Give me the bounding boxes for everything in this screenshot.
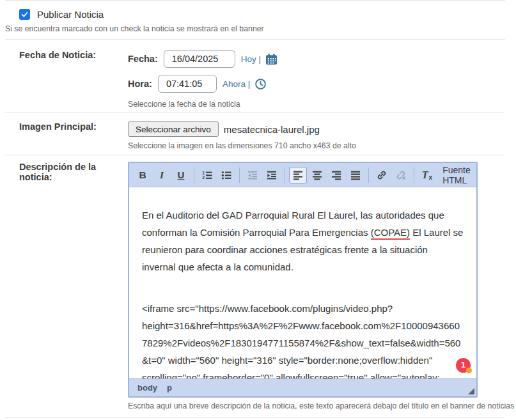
hora-field-label: Hora: <box>128 79 152 89</box>
unlink-button <box>392 167 410 183</box>
element-path-p[interactable]: p <box>167 383 172 393</box>
description-section-label: Descripción de la noticia: <box>0 162 128 410</box>
date-section: Fecha de Noticia: Fecha: Hoy | <box>0 40 516 113</box>
link-icon <box>377 170 387 180</box>
bold-button[interactable]: B <box>134 167 152 183</box>
toolbar-separator <box>194 167 194 183</box>
now-link[interactable]: Ahora | <box>223 79 250 89</box>
align-center-icon <box>312 170 322 180</box>
clock-icon[interactable] <box>254 78 267 90</box>
editor-content-area[interactable]: En el Auditorio del GAD Parroquial Rural… <box>129 187 476 378</box>
editor-toolbar: B I U 1 2 <box>129 163 476 187</box>
element-path-body[interactable]: body <box>137 383 157 393</box>
divider <box>5 417 505 418</box>
fecha-input[interactable] <box>164 50 235 68</box>
misspelled-word: (COPAE) <box>371 227 410 240</box>
publish-help-text: Si se encuentra marcado con un check la … <box>5 24 516 33</box>
date-section-label: Fecha de Noticia: <box>0 50 128 109</box>
justify-icon <box>350 170 361 180</box>
today-link[interactable]: Hoy | <box>241 54 261 64</box>
unordered-list-button[interactable] <box>217 167 235 183</box>
selected-filename: mesatecnica-laurel.jpg <box>224 124 320 135</box>
align-left-icon <box>293 170 303 180</box>
italic-button[interactable]: I <box>153 167 171 183</box>
svg-text:1: 1 <box>203 170 205 175</box>
publish-checkbox-row: Publicar Noticia <box>19 9 516 20</box>
ordered-list-button[interactable]: 1 2 <box>198 167 216 183</box>
svg-text:2: 2 <box>203 175 205 180</box>
editor-paragraph: <iframe src="https://www.facebook.com/pl… <box>142 300 464 378</box>
image-section-label: Imagen Principal: <box>0 121 128 150</box>
publish-checkbox[interactable] <box>19 9 30 20</box>
editor-status-bar: body p <box>129 378 476 396</box>
grammar-extension-badge[interactable]: 1 <box>456 358 471 373</box>
publish-section: Publicar Noticia Si se encuentra marcado… <box>0 1 516 39</box>
unlink-icon <box>396 170 406 180</box>
outdent-icon <box>247 170 258 180</box>
toolbar-separator <box>414 167 414 183</box>
image-help-text: Seleccione la imagen en las dimensiones … <box>128 141 516 150</box>
publish-news-form: Publicar Noticia Si se encuentra marcado… <box>0 0 516 418</box>
justify-button[interactable] <box>347 167 364 183</box>
underline-button[interactable]: U <box>172 167 190 183</box>
fecha-field-label: Fecha: <box>128 54 158 64</box>
align-right-button[interactable] <box>327 167 345 183</box>
calendar-icon[interactable] <box>265 53 278 65</box>
toolbar-separator <box>285 167 285 183</box>
link-button[interactable] <box>373 167 391 183</box>
description-help-text: Escriba aquí una breve descripción de la… <box>128 401 516 410</box>
description-section: Descripción de la noticia: B I U 1 2 <box>0 155 516 410</box>
publish-label: Publicar Noticia <box>37 9 104 20</box>
align-left-button[interactable] <box>289 167 307 183</box>
toolbar-separator <box>239 167 240 183</box>
resize-handle-icon[interactable] <box>468 388 474 394</box>
file-select-button[interactable]: Seleccionar archivo <box>128 121 219 137</box>
indent-icon <box>267 170 277 180</box>
toolbar-separator <box>368 167 369 183</box>
ordered-list-icon: 1 2 <box>202 170 212 180</box>
rich-text-editor: B I U 1 2 <box>128 162 478 398</box>
outdent-button <box>244 167 262 183</box>
image-section: Imagen Principal: Seleccionar archivo me… <box>0 113 516 155</box>
indent-button[interactable] <box>263 167 281 183</box>
date-help-text: Seleccione la fecha de la noticia <box>128 100 516 109</box>
grammar-extension-dot-icon <box>466 368 472 373</box>
html-source-button[interactable]: Fuente HTML <box>437 167 472 183</box>
editor-paragraph: En el Auditorio del GAD Parroquial Rural… <box>142 206 464 276</box>
align-right-icon <box>331 170 341 180</box>
remove-format-button[interactable]: Tx <box>418 167 436 183</box>
hora-input[interactable] <box>158 75 217 93</box>
align-center-button[interactable] <box>308 167 326 183</box>
unordered-list-icon <box>221 170 231 180</box>
checkbox-check-icon <box>20 10 29 19</box>
